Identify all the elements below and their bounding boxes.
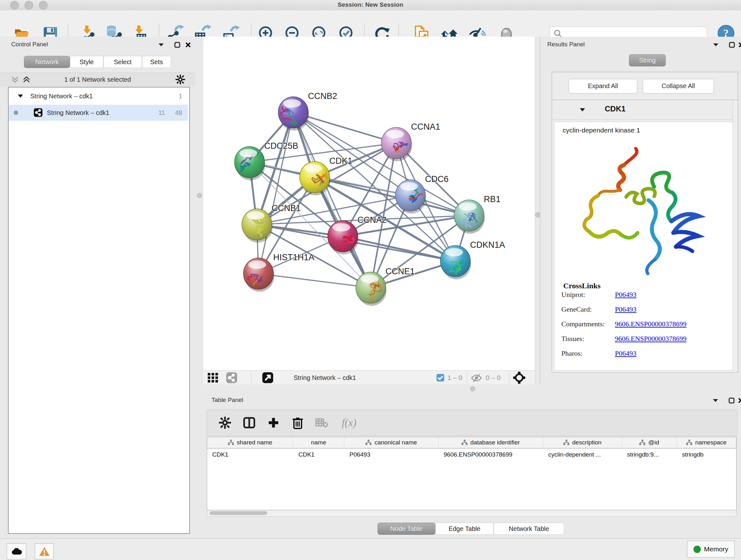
table-cell[interactable]: stringdb: [677, 449, 736, 461]
grid-view-icon[interactable]: [208, 373, 218, 384]
network-view-toolbar: String Network – cdk1 1 – 0 0 – 0: [203, 370, 535, 385]
tree-expander-icon[interactable]: [17, 94, 23, 98]
column-header-namespace[interactable]: namespace: [677, 437, 736, 448]
column-header-name[interactable]: name: [293, 437, 344, 448]
table-cell[interactable]: cyclin-dependent ...: [543, 449, 622, 461]
expand-all-networks-icon[interactable]: [22, 75, 30, 85]
warnings-button[interactable]: [35, 543, 54, 559]
panel-menu-icon[interactable]: [158, 43, 164, 48]
network-selection-bar: 1 of 1 Network selected: [0, 72, 195, 86]
network-options-gear-icon[interactable]: [176, 75, 185, 85]
table-settings-gear-icon[interactable]: [217, 415, 233, 431]
splitter-grip[interactable]: [470, 386, 475, 391]
table-cell[interactable]: CDK1: [207, 449, 293, 461]
node-label-CDC25B: CDC25B: [264, 141, 298, 151]
panel-menu-icon[interactable]: [713, 43, 719, 48]
table-tab-edge-table[interactable]: Edge Table: [435, 523, 494, 535]
delete-column-icon[interactable]: [289, 415, 306, 431]
control-tab-style[interactable]: Style: [70, 56, 104, 68]
table-tab-network-table[interactable]: Network Table: [494, 523, 564, 535]
crosslink-link[interactable]: P06493: [615, 291, 636, 299]
birds-eye-view-icon[interactable]: [262, 372, 273, 384]
cloud-button[interactable]: [7, 543, 26, 559]
table-cell[interactable]: P06493: [344, 449, 439, 461]
crosslink-row: Uniprot:P06493: [554, 291, 720, 305]
crosslink-link[interactable]: P06493: [615, 349, 636, 358]
shared-column-icon: [639, 440, 646, 445]
table-cell[interactable]: CDK1: [293, 449, 344, 461]
network-collection-row[interactable]: String Network – cdk1 1: [9, 88, 188, 104]
panel-float-icon[interactable]: [174, 42, 180, 49]
shared-column-icon: [228, 440, 234, 445]
network-row[interactable]: String Network – cdk1 11 48: [9, 105, 188, 121]
expand-all-button[interactable]: Expand All: [569, 79, 637, 94]
add-column-icon[interactable]: [265, 415, 282, 431]
delete-table-icon: [313, 415, 330, 431]
search-input[interactable]: [562, 30, 707, 37]
memory-button[interactable]: Memory: [687, 541, 735, 557]
collection-count: 1: [179, 88, 182, 104]
collapse-all-button[interactable]: Collapse All: [643, 79, 714, 94]
network-graph[interactable]: CCNB2CCNA1CDC25BCDK1CDC6RB1CCNB1CCNA2CDK…: [203, 37, 535, 370]
show-columns-icon[interactable]: [241, 415, 258, 431]
splitter-grip[interactable]: [535, 212, 540, 217]
table-tab-node-table[interactable]: Node Table: [378, 523, 435, 535]
shared-column-icon: [686, 440, 692, 445]
table-cell[interactable]: stringdb:9...: [622, 449, 677, 461]
control-tab-select[interactable]: Select: [104, 56, 142, 68]
collapse-all-networks-icon[interactable]: [11, 75, 19, 85]
results-scrollbar[interactable]: [733, 100, 738, 372]
column-header-id[interactable]: @id: [622, 437, 677, 448]
column-header-canonicalname[interactable]: canonical name: [344, 437, 439, 448]
table-cell[interactable]: 9606.ENSP00000378699: [439, 449, 543, 461]
panel-float-icon[interactable]: [729, 42, 735, 49]
network-node-CDC25B[interactable]: CDC25B: [234, 141, 298, 180]
network-node-CDK1[interactable]: CDK1: [300, 156, 352, 195]
column-header-sharedname[interactable]: shared name: [207, 437, 293, 448]
network-edge-CCNE1-HIST1H1A[interactable]: [259, 273, 371, 288]
panel-close-icon[interactable]: [185, 42, 191, 49]
network-node-HIST1H1A[interactable]: HIST1H1A: [239, 253, 314, 292]
scrollbar-thumb[interactable]: [210, 511, 267, 515]
splitter-grip[interactable]: [197, 193, 202, 198]
panel-menu-icon[interactable]: [712, 398, 719, 404]
table-horizontal-scrollbar[interactable]: [207, 510, 737, 516]
network-view-share-icon[interactable]: [226, 372, 237, 384]
function-builder-icon: f(x): [336, 415, 362, 431]
column-header-databaseidentifier[interactable]: database identifier: [439, 437, 543, 448]
network-edge-CCNA2-CDKN1A[interactable]: [343, 236, 455, 261]
network-node-CCNA1[interactable]: CCNA1: [381, 122, 441, 161]
network-node-RB1[interactable]: RB1: [454, 194, 501, 234]
selected-checkbox-icon[interactable]: [436, 374, 444, 383]
table-row[interactable]: CDK1CDK1P064939606.ENSP00000378699cyclin…: [207, 449, 736, 461]
control-tab-network[interactable]: Network: [24, 56, 70, 68]
crosslink-link[interactable]: P06493: [615, 305, 636, 314]
crosslink-link[interactable]: 9606.ENSP00000378699: [615, 320, 686, 328]
network-node-CCNB2[interactable]: CCNB2: [278, 91, 337, 131]
network-node-CDKN1A[interactable]: CDKN1A: [441, 240, 505, 279]
results-content-box: CDK1 cyclin-dependent kinase 1: [552, 100, 738, 373]
tab-string[interactable]: String: [629, 54, 666, 66]
control-tab-sets[interactable]: Sets: [142, 56, 171, 68]
section-expander-icon[interactable]: [579, 108, 586, 112]
table-header-row: shared namenamecanonical namedatabase id…: [207, 437, 736, 449]
shared-column-icon: [563, 440, 569, 445]
crosslink-link[interactable]: 9606.ENSP00000378699: [615, 334, 686, 343]
panel-close-icon[interactable]: [738, 42, 741, 49]
crosslink-label: GeneCard:: [561, 305, 592, 314]
vertical-splitter-left[interactable]: [195, 37, 203, 384]
column-header-label: description: [572, 439, 602, 446]
network-status-dot: [14, 111, 18, 115]
application-window: Session: New Session: [0, 0, 741, 560]
window-title: Session: New Session: [0, 1, 741, 8]
netbar-separator: [467, 372, 467, 383]
crosslink-label: Tissues:: [561, 334, 584, 343]
panel-close-icon[interactable]: [738, 397, 741, 405]
horizontal-splitter[interactable]: [203, 384, 741, 393]
panel-float-icon[interactable]: [729, 397, 735, 405]
fit-selected-crosshair-icon[interactable]: [513, 371, 526, 385]
network-canvas[interactable]: CCNB2CCNA1CDC25BCDK1CDC6RB1CCNB1CCNA2CDK…: [203, 37, 535, 370]
column-header-description[interactable]: description: [543, 437, 622, 448]
node-label-CCNB1: CCNB1: [272, 203, 301, 213]
gene-section-header[interactable]: CDK1: [552, 100, 738, 120]
